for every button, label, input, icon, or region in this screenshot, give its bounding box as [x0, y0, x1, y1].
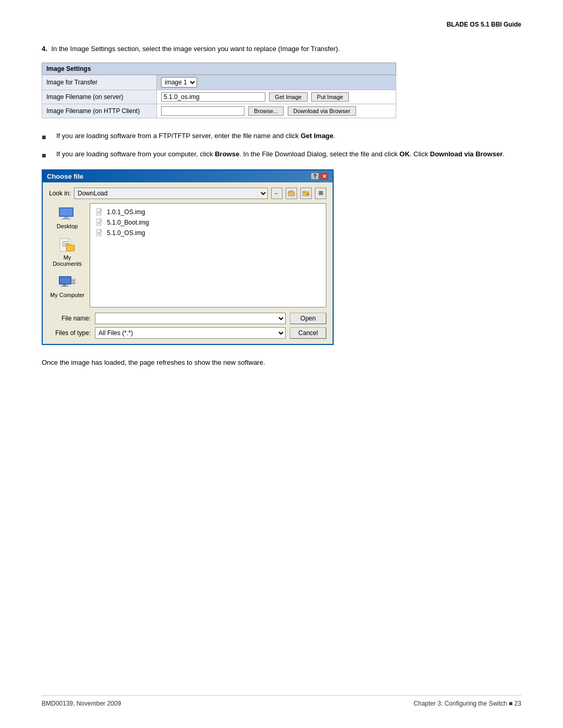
image-for-transfer-cell: image 1 image 2 — [157, 75, 396, 90]
dialog-help-button[interactable]: ? — [311, 172, 319, 180]
filename-http-input[interactable] — [161, 106, 244, 116]
filename-http-label: Image Filename (on HTTP Client) — [42, 104, 157, 118]
dialog-title-left: Choose file — [47, 172, 83, 180]
svg-rect-21 — [61, 286, 68, 287]
cancel-button[interactable]: Cancel — [290, 327, 326, 339]
bullet-text-1: If you are loading software from a FTP/T… — [56, 131, 521, 141]
choose-file-dialog: Choose file ? ✕ Look in: DownLoad ← — [42, 169, 334, 345]
filename-server-label: Image Filename (on server) — [42, 90, 157, 104]
svg-rect-19 — [60, 277, 70, 283]
file-list-area: 1.0.1_OS.img 5.1.0_B — [90, 203, 326, 307]
sidebar-item-computer[interactable]: My Computer — [50, 274, 84, 298]
dialog-toolbar: Look in: DownLoad ← — [49, 188, 326, 199]
footer: BMD00139, November 2009 Chapter 3: Confi… — [42, 695, 521, 707]
dialog-sidebar: Desktop — [49, 203, 85, 307]
step4-description: In the Image Settings section, select th… — [51, 45, 340, 53]
get-image-button[interactable]: Get Image — [269, 92, 307, 102]
svg-rect-20 — [63, 285, 66, 286]
svg-rect-11 — [62, 241, 68, 242]
open-button[interactable]: Open — [290, 313, 326, 324]
put-image-button[interactable]: Put Image — [311, 92, 349, 102]
page-header: BLADE OS 5.1 BBI Guide — [42, 21, 521, 28]
up-folder-button[interactable] — [286, 188, 297, 199]
download-via-browser-code: Download via Browser — [430, 150, 503, 158]
footer-right: Chapter 3: Configuring the Switch ■ 23 — [413, 700, 521, 707]
documents-icon — [58, 237, 77, 253]
computer-icon — [58, 274, 77, 291]
bullet-text-2: If you are loading software from your co… — [56, 149, 521, 159]
filename-server-input[interactable] — [161, 92, 265, 102]
list-item: ■ If you are loading software from a FTP… — [42, 131, 521, 143]
svg-rect-32 — [97, 223, 101, 224]
desktop-label: Desktop — [57, 223, 78, 229]
svg-rect-2 — [290, 190, 292, 192]
file-name-input[interactable] — [95, 313, 286, 324]
files-of-type-row: Files of type: All Files (*.*) Cancel — [49, 327, 326, 339]
table-row: Image Filename (on server) Get Image Put… — [42, 90, 396, 104]
file-name-3: 5.1.0_OS.img — [107, 229, 145, 237]
filename-http-cell: Browse... Download via Browser — [157, 104, 396, 118]
svg-rect-7 — [60, 208, 72, 216]
footer-left: BMD00139, November 2009 — [42, 700, 121, 707]
svg-rect-27 — [97, 212, 101, 212]
file-name-row: File name: Open — [49, 313, 326, 324]
bullet-list: ■ If you are loading software from a FTP… — [42, 131, 521, 161]
dialog-content-area: Desktop — [49, 203, 326, 307]
choose-file-dialog-wrapper: Choose file ? ✕ Look in: DownLoad ← — [42, 169, 521, 345]
svg-point-24 — [73, 282, 75, 283]
image-settings-header: Image Settings — [42, 63, 396, 75]
filename-server-cell: Get Image Put Image — [157, 90, 396, 104]
bullet-icon: ■ — [42, 132, 52, 143]
step4-text: 4. In the Image Settings section, select… — [42, 44, 521, 54]
file-icon-3 — [95, 229, 104, 237]
svg-rect-9 — [62, 218, 70, 219]
svg-rect-23 — [72, 280, 75, 281]
svg-rect-4 — [303, 191, 305, 192]
my-documents-label: My Documents — [49, 254, 85, 267]
svg-rect-16 — [66, 245, 75, 251]
svg-rect-17 — [66, 244, 69, 245]
file-name-2: 5.1.0_Boot.img — [107, 219, 149, 226]
files-of-type-select[interactable]: All Files (*.*) — [95, 327, 286, 339]
sidebar-item-desktop[interactable]: Desktop — [57, 205, 78, 229]
svg-rect-35 — [97, 232, 101, 233]
list-item[interactable]: 5.1.0_OS.img — [93, 228, 323, 238]
my-computer-label: My Computer — [50, 292, 84, 298]
view-toggle-button[interactable]: ⊞ — [315, 188, 326, 199]
image-select[interactable]: image 1 image 2 — [161, 77, 197, 88]
desktop-icon — [58, 205, 77, 222]
look-in-label: Look in: — [49, 190, 71, 197]
dialog-bottom: File name: Open Files of type: All Files… — [49, 313, 326, 339]
download-via-browser-button[interactable]: Download via Browser — [288, 106, 356, 116]
list-item[interactable]: 1.0.1_OS.img — [93, 207, 323, 217]
file-name-label: File name: — [49, 315, 91, 322]
browse-code: Browse — [215, 150, 239, 158]
table-row: Image Filename (on HTTP Client) Browse..… — [42, 104, 396, 118]
svg-text:+: + — [307, 192, 309, 196]
files-of-type-label: Files of type: — [49, 329, 91, 337]
back-button[interactable]: ← — [271, 188, 283, 199]
svg-rect-28 — [97, 213, 101, 213]
new-folder-button[interactable]: + — [300, 188, 312, 199]
bullet-icon-2: ■ — [42, 150, 52, 161]
svg-rect-31 — [97, 222, 101, 223]
sidebar-item-documents[interactable]: My Documents — [49, 237, 85, 267]
image-settings-table: Image Settings Image for Transfer image … — [42, 63, 396, 118]
svg-rect-36 — [97, 233, 101, 234]
closing-text: Once the image has loaded, the page refr… — [42, 357, 521, 368]
file-name-1: 1.0.1_OS.img — [107, 208, 145, 216]
look-in-select[interactable]: DownLoad — [74, 188, 268, 199]
browse-button[interactable]: Browse... — [248, 106, 284, 116]
file-icon-2 — [95, 218, 104, 227]
svg-rect-8 — [64, 217, 68, 218]
list-item[interactable]: 5.1.0_Boot.img — [93, 217, 323, 228]
dialog-title: Choose file — [47, 172, 83, 180]
dialog-titlebar: Choose file ? ✕ — [43, 170, 333, 182]
dialog-close-button[interactable]: ✕ — [320, 172, 328, 180]
image-for-transfer-label: Image for Transfer — [42, 75, 157, 90]
dialog-title-icons: ? ✕ — [311, 172, 328, 180]
ok-code: OK — [399, 150, 410, 158]
dialog-body: Look in: DownLoad ← — [43, 182, 333, 344]
table-row: Image for Transfer image 1 image 2 — [42, 75, 396, 90]
step-number: 4. — [42, 45, 47, 53]
